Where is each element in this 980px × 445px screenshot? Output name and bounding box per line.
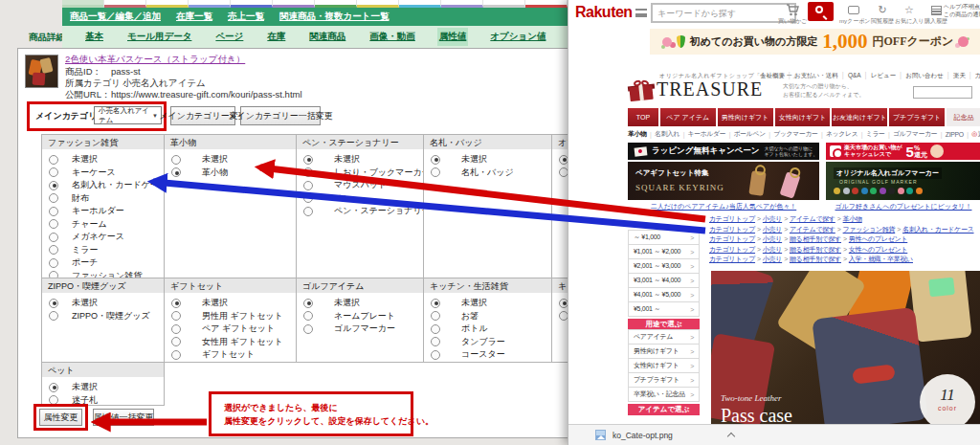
breadcrumb-link[interactable]: アイテムで探す <box>790 226 835 233</box>
browser-tab[interactable] <box>357 0 399 8</box>
radio-button-icon[interactable] <box>171 155 181 165</box>
shop-nav-TOP[interactable]: TOP <box>628 108 658 126</box>
breadcrumb-link[interactable]: カテゴリトップ <box>709 215 755 222</box>
radio-button-icon[interactable] <box>49 299 58 308</box>
admin-nav-link[interactable]: 在庫一覧 <box>176 11 212 23</box>
radio-option[interactable]: 革小物 <box>165 167 296 180</box>
radio-button-icon[interactable] <box>431 167 440 177</box>
radio-option[interactable]: ボトル <box>424 323 551 336</box>
radio-button-icon[interactable] <box>303 181 313 190</box>
shop-subnav-link[interactable]: ◎迷子札 <box>971 129 980 139</box>
radio-option[interactable]: 未選択 <box>297 297 423 310</box>
radio-option[interactable]: 未選択 <box>42 381 164 394</box>
use-filter[interactable]: プチプラギフト> <box>628 372 700 388</box>
pair-banner-caption[interactable]: 二人だけのペアアイテム♪当店人気ペアが色々！ <box>628 202 819 211</box>
rakuten-search-input[interactable] <box>651 3 796 23</box>
shop-subnav-link[interactable]: 革小物 <box>628 129 647 139</box>
use-filter[interactable]: 男性向けギフト> <box>628 344 700 359</box>
breadcrumb-link[interactable]: ファッション雑貨 <box>843 226 896 233</box>
price-filter[interactable]: ¥4,001 ～ ¥5,000> <box>628 287 700 302</box>
shop-subnav-link[interactable]: ネックレス <box>826 129 858 139</box>
radio-button-icon[interactable] <box>171 337 181 346</box>
radio-button-icon[interactable] <box>49 219 58 229</box>
use-filter[interactable]: ペアアイテム> <box>628 329 700 345</box>
radio-button-icon[interactable] <box>431 337 440 346</box>
shop-nav-プチプラギフト[interactable]: プチプラギフト <box>889 108 945 126</box>
radio-button-icon[interactable] <box>303 324 313 334</box>
tab-在庫[interactable]: 在庫 <box>265 28 287 46</box>
radio-option[interactable]: 名札・バッジ <box>424 167 551 180</box>
radio-option[interactable]: しおり・ブックマーカー <box>297 167 423 180</box>
breadcrumb-link[interactable]: 贈る相手別で探す <box>790 256 841 262</box>
header-item-star[interactable]: ☆お気に入り <box>895 4 924 26</box>
shop-top-link[interactable]: 楽天 <box>953 72 966 78</box>
golf-marker-banner[interactable]: オリジナル名入れゴルフマーカー ORIGINAL GOLF MARKER <box>826 162 980 200</box>
breadcrumb-link[interactable]: 贈る相手別で探す <box>790 246 841 253</box>
radio-option[interactable]: 名刺入れ・カードケース <box>42 179 164 192</box>
shop-subnav-link[interactable]: ブックマーカー <box>773 129 817 139</box>
radio-option[interactable]: マウスパッド <box>297 179 423 192</box>
tab-オプション値[interactable]: オプション値 <box>488 28 547 46</box>
radio-option[interactable]: ZIPPO・喫煙グッズ <box>42 310 164 323</box>
shop-subnav-link[interactable]: キーホルダー <box>688 129 726 139</box>
radio-option[interactable]: 女性用 ギフトセット <box>165 336 296 349</box>
shop-nav-お友達向けギフト[interactable]: お友達向けギフト <box>832 108 887 126</box>
radio-option[interactable]: タンブラー <box>424 336 551 349</box>
tab-ページ[interactable]: ページ <box>213 28 245 46</box>
shop-top-link[interactable]: カート <box>975 72 980 78</box>
breadcrumb-link[interactable]: カテゴリトップ <box>709 226 755 233</box>
cashless-banner[interactable]: 楽天市場のお買い物がキャッシュレスで 5 %還元 <box>826 143 980 160</box>
radio-option[interactable]: 財布 <box>42 192 164 206</box>
main-category-select[interactable]: 小売名入れアイテム ▼ <box>94 106 162 124</box>
shop-top-link[interactable]: Q&A <box>848 72 861 78</box>
browser-tab[interactable] <box>483 0 525 8</box>
browser-tab[interactable] <box>315 0 357 8</box>
radio-option[interactable]: 男性用 ギフトセット <box>165 310 296 323</box>
radio-button-icon[interactable] <box>303 193 313 203</box>
golf-banner-caption[interactable]: ゴルフ好きさんへのプレゼントにピッタリ！ <box>826 202 980 211</box>
price-filter[interactable]: ¥5,001 ～> <box>628 301 700 317</box>
radio-option[interactable]: メガネケース <box>42 231 164 244</box>
main-category-bulk-change-button[interactable]: メインカテゴリー一括変更 <box>240 106 321 125</box>
shop-nav-女性向けギフト[interactable]: 女性向けギフト <box>775 108 831 126</box>
use-filter[interactable]: 卒業祝い・記念品> <box>628 387 700 402</box>
browser-tab[interactable] <box>441 0 483 8</box>
radio-option[interactable]: 未選択 <box>165 153 296 167</box>
radio-button-icon[interactable] <box>49 311 58 321</box>
radio-option[interactable]: キーケース <box>42 167 164 180</box>
breadcrumb-link[interactable]: カテゴリトップ <box>709 256 755 262</box>
radio-button-icon[interactable] <box>431 299 440 308</box>
breadcrumb-link[interactable]: 小売り <box>763 256 782 262</box>
breadcrumb-link[interactable]: カテゴリトップ <box>709 235 755 242</box>
shop-subnav-link[interactable]: 名刺入れ <box>655 129 679 139</box>
shop-top-link[interactable]: 会社概要 <box>760 72 785 78</box>
hamburger-menu-icon[interactable] <box>635 9 647 17</box>
wrapping-campaign-banner[interactable]: ラッピング無料キャンペーン 大切な方への贈り物にギフト包装いたします。 <box>628 143 819 160</box>
price-filter[interactable]: ¥1,001 ～ ¥2,000> <box>628 244 700 259</box>
radio-button-icon[interactable] <box>49 167 58 177</box>
radio-option[interactable]: コースター <box>424 348 551 362</box>
breadcrumb-link[interactable]: アイテムで探す <box>790 215 835 222</box>
attribute-apply-button[interactable]: 属性変更 <box>39 409 82 426</box>
shop-nav-right[interactable]: 記念品 <box>947 108 980 126</box>
radio-button-icon[interactable] <box>49 245 58 255</box>
shop-top-link[interactable]: レビュー <box>871 72 896 78</box>
breadcrumb-link[interactable]: 小売り <box>763 246 782 253</box>
radio-option[interactable]: チャーム <box>42 218 164 232</box>
tab-モール用データ[interactable]: モール用データ <box>125 28 193 46</box>
admin-nav-link[interactable]: 商品一覧／編集／追加 <box>70 11 161 23</box>
radio-button-icon[interactable] <box>431 324 440 334</box>
breadcrumb-link[interactable]: 革小物 <box>843 215 862 222</box>
browser-tab[interactable] <box>525 0 568 8</box>
radio-option[interactable]: 未選択 <box>165 297 296 310</box>
radio-option[interactable]: ペン <box>297 192 423 206</box>
header-item-coupon[interactable]: myクーポン <box>839 4 868 26</box>
shop-subnav-link[interactable]: ZIPPO <box>946 131 964 138</box>
admin-nav-link[interactable]: 関連商品・複数カート一覧 <box>279 11 389 23</box>
radio-button-icon[interactable] <box>49 193 58 203</box>
shop-subnav-link[interactable]: ボールペン <box>734 129 766 139</box>
radio-button-icon[interactable] <box>49 181 58 190</box>
product-title-link[interactable]: 2色使い本革パスケース（ストラップ付き） <box>65 54 245 66</box>
browser-tab[interactable] <box>62 0 104 8</box>
radio-option[interactable]: 未選択 <box>297 153 423 167</box>
